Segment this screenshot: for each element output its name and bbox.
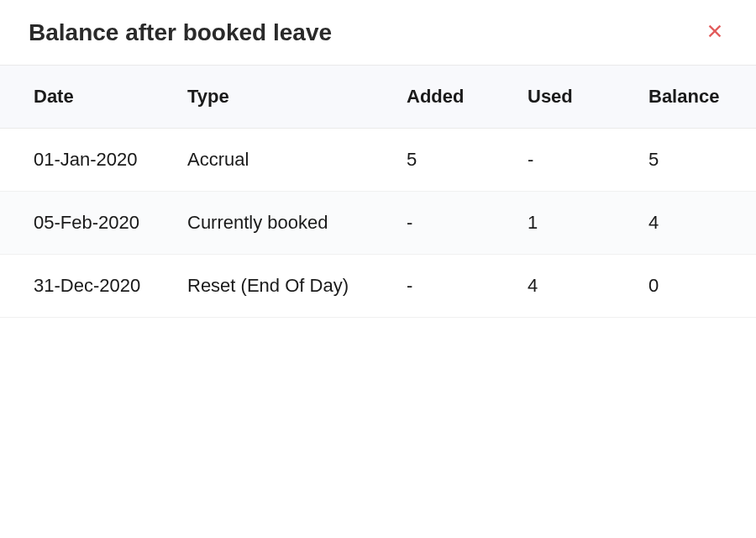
cell-balance: 5 xyxy=(635,129,756,192)
cell-type: Accrual xyxy=(174,129,393,192)
cell-type: Reset (End Of Day) xyxy=(174,255,393,318)
balance-modal: Balance after booked leave Date Type Add… xyxy=(0,0,756,318)
cell-date: 01-Jan-2020 xyxy=(0,129,174,192)
column-header-balance: Balance xyxy=(635,66,756,129)
table-row: 31-Dec-2020 Reset (End Of Day) - 4 0 xyxy=(0,255,756,318)
close-button[interactable] xyxy=(702,18,727,46)
cell-used: 4 xyxy=(514,255,635,318)
cell-added: 5 xyxy=(393,129,514,192)
cell-type: Currently booked xyxy=(174,192,393,255)
cell-balance: 4 xyxy=(635,192,756,255)
column-header-used: Used xyxy=(514,66,635,129)
column-header-type: Type xyxy=(174,66,393,129)
table-row: 01-Jan-2020 Accrual 5 - 5 xyxy=(0,129,756,192)
cell-used: 1 xyxy=(514,192,635,255)
cell-date: 05-Feb-2020 xyxy=(0,192,174,255)
table-row: 05-Feb-2020 Currently booked - 1 4 xyxy=(0,192,756,255)
close-icon xyxy=(706,22,724,43)
column-header-date: Date xyxy=(0,66,174,129)
balance-table: Date Type Added Used Balance 01-Jan-2020… xyxy=(0,66,756,318)
cell-added: - xyxy=(393,192,514,255)
modal-header: Balance after booked leave xyxy=(0,0,756,66)
cell-added: - xyxy=(393,255,514,318)
modal-title: Balance after booked leave xyxy=(29,19,332,46)
column-header-added: Added xyxy=(393,66,514,129)
cell-used: - xyxy=(514,129,635,192)
table-header-row: Date Type Added Used Balance xyxy=(0,66,756,129)
cell-balance: 0 xyxy=(635,255,756,318)
cell-date: 31-Dec-2020 xyxy=(0,255,174,318)
